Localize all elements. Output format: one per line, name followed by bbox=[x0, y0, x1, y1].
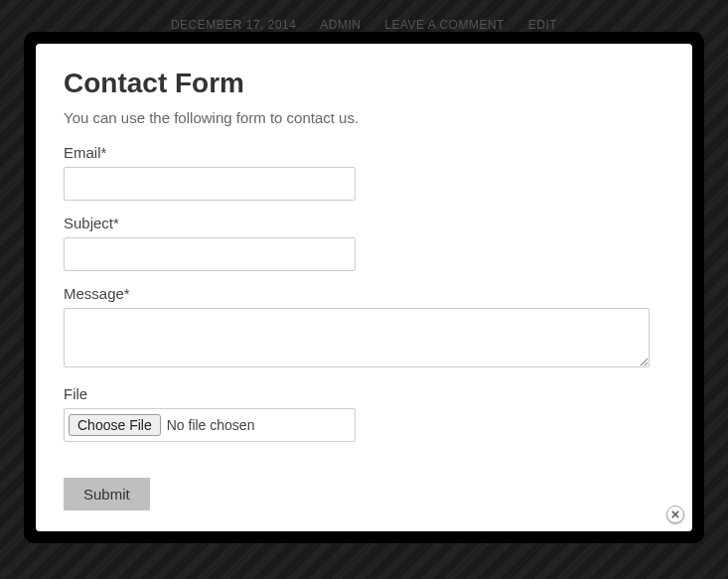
meta-edit: EDIT bbox=[528, 18, 557, 32]
subject-input[interactable] bbox=[64, 237, 356, 271]
choose-file-button[interactable]: Choose File bbox=[69, 414, 161, 436]
meta-date: DECEMBER 17, 2014 bbox=[171, 18, 297, 32]
message-label: Message* bbox=[64, 285, 664, 302]
form-intro: You can use the following form to contac… bbox=[64, 109, 664, 126]
file-input-wrap[interactable]: Choose File No file chosen bbox=[64, 408, 356, 442]
email-input[interactable] bbox=[64, 167, 356, 201]
meta-author: ADMIN bbox=[320, 18, 361, 32]
meta-comments: LEAVE A COMMENT bbox=[384, 18, 505, 32]
email-label: Email* bbox=[64, 144, 664, 161]
background-post-meta: DECEMBER 17, 2014 ADMIN LEAVE A COMMENT … bbox=[0, 18, 728, 32]
file-label: File bbox=[64, 385, 664, 402]
file-status-text: No file chosen bbox=[167, 417, 255, 433]
subject-label: Subject* bbox=[64, 215, 664, 231]
form-title: Contact Form bbox=[64, 68, 664, 99]
close-modal-button[interactable] bbox=[666, 506, 684, 523]
subject-field-group: Subject* bbox=[64, 215, 664, 271]
message-field-group: Message* bbox=[64, 285, 664, 371]
close-icon bbox=[671, 510, 679, 518]
submit-button[interactable]: Submit bbox=[64, 478, 150, 510]
file-field-group: File Choose File No file chosen bbox=[64, 385, 664, 442]
message-textarea[interactable] bbox=[64, 308, 650, 367]
email-field-group: Email* bbox=[64, 144, 664, 201]
modal-backdrop: Contact Form You can use the following f… bbox=[24, 32, 704, 543]
contact-form-modal: Contact Form You can use the following f… bbox=[36, 44, 692, 531]
